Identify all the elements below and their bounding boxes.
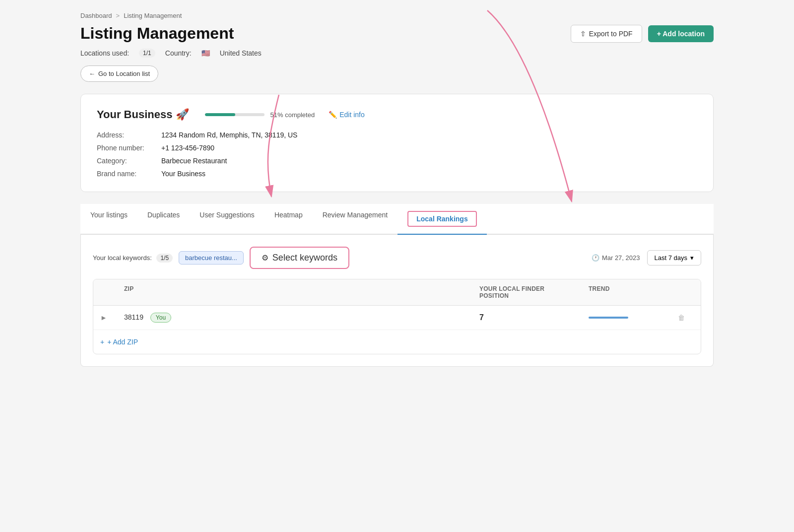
row-expand-icon[interactable]: ► [93,307,117,329]
table-row: ► 38119 You 7 🗑 [93,306,701,330]
keywords-label: Your local keywords: 1/5 [93,254,173,263]
address-label: Address: [97,131,161,139]
country-label: Country: [165,49,192,57]
export-pdf-button[interactable]: ⇧ Export to PDF [571,25,642,43]
brand-value: Your Business [161,170,697,178]
export-icon: ⇧ [580,30,586,38]
row-delete[interactable]: 🗑 [671,307,701,329]
rankings-table: ZIP Your Local Finder Position Trend ► 3… [93,279,701,354]
category-label: Category: [97,157,161,165]
tab-your-listings[interactable]: Your listings [80,204,137,235]
row-zip: 38119 You [117,306,472,330]
edit-info-button[interactable]: ✏️ Edit info [329,111,365,119]
keywords-toolbar: Your local keywords: 1/5 barbecue restau… [93,247,701,269]
tab-user-suggestions[interactable]: User Suggestions [190,204,265,235]
active-keyword-chip[interactable]: barbecue restau... [179,251,244,265]
business-details: Address: 1234 Random Rd, Memphis, TN, 38… [97,131,697,178]
breadcrumb-separator: > [116,12,120,19]
gear-icon: ⚙ [262,253,268,263]
tabs-section: Your listings Duplicates User Suggestion… [80,204,714,367]
th-trend: Trend [582,279,671,305]
tab-review-management[interactable]: Review Management [313,204,398,235]
chevron-down-icon: ▾ [690,254,694,262]
business-card: Your Business 🚀 51% completed ✏️ Edit in… [80,94,714,192]
tab-local-rankings[interactable]: Local Rankings [397,204,486,235]
keywords-right: 🕐 Mar 27, 2023 Last 7 days ▾ [592,250,701,266]
breadcrumb-parent[interactable]: Dashboard [80,12,112,19]
tab-heatmap[interactable]: Heatmap [265,204,313,235]
row-position: 7 [472,306,582,329]
add-zip-icon: + [100,338,104,346]
date-range-dropdown[interactable]: Last 7 days ▾ [647,250,702,266]
brand-label: Brand name: [97,170,161,178]
back-arrow-icon: ← [89,70,95,77]
progress-bar-fill [205,113,235,116]
th-expand [93,279,117,305]
locations-used-badge: 1/1 [139,49,155,58]
country-name: United States [220,49,262,57]
phone-label: Phone number: [97,144,161,152]
local-rankings-content: Your local keywords: 1/5 barbecue restau… [80,235,714,367]
table-header: ZIP Your Local Finder Position Trend [93,279,701,306]
row-trend [582,310,671,326]
tabs-row: Your listings Duplicates User Suggestion… [80,204,714,235]
you-badge: You [150,313,171,323]
back-to-location-list-button[interactable]: ← Go to Location list [80,66,158,82]
date-label: 🕐 Mar 27, 2023 [592,254,640,262]
country-flag: 🇺🇸 [201,49,210,57]
select-keywords-button[interactable]: ⚙ Select keywords [250,247,349,269]
progress-section: 51% completed [205,111,315,119]
category-value: Barbecue Restaurant [161,157,697,165]
th-actions [671,279,701,305]
add-location-button[interactable]: + Add location [648,25,714,42]
trend-bar [589,317,628,319]
page-title: Listing Management [80,24,234,43]
keywords-count-badge: 1/5 [156,254,173,263]
business-emoji: 🚀 [176,108,189,121]
phone-value: +1 123-456-7890 [161,144,697,152]
zip-value: 38119 [124,313,143,321]
breadcrumb-current: Listing Management [124,12,182,19]
progress-bar [205,113,265,116]
clock-icon: 🕐 [592,254,599,262]
business-name: Your Business 🚀 [97,108,189,121]
th-zip: ZIP [117,279,472,305]
pencil-icon: ✏️ [329,111,337,119]
keywords-left: Your local keywords: 1/5 barbecue restau… [93,247,349,269]
address-value: 1234 Random Rd, Memphis, TN, 38119, US [161,131,697,139]
locations-used-label: Locations used: [80,49,129,57]
tab-duplicates[interactable]: Duplicates [137,204,190,235]
meta-row: Locations used: 1/1 Country: 🇺🇸 United S… [80,49,714,58]
progress-text: 51% completed [270,111,315,119]
th-position: Your Local Finder Position [472,279,582,305]
add-zip-row[interactable]: + + Add ZIP [93,330,701,354]
breadcrumb: Dashboard > Listing Management [80,12,714,19]
local-rankings-label: Local Rankings [407,211,476,227]
header-actions: ⇧ Export to PDF + Add location [571,25,714,43]
